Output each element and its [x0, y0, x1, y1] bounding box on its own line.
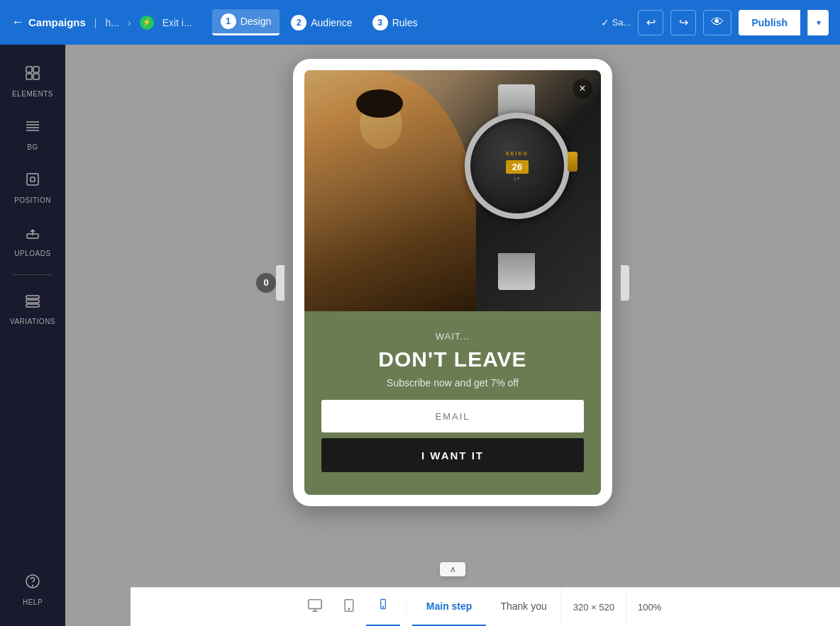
- position-label: POSITION: [14, 196, 51, 204]
- publish-dropdown-button[interactable]: ▾: [807, 10, 829, 35]
- submit-button[interactable]: I WANT IT: [321, 438, 584, 472]
- tablet-device-button[interactable]: [332, 588, 366, 627]
- breadcrumb-exit[interactable]: Exit i...: [162, 17, 192, 28]
- main-layout: ELEMENTS BG POSITION: [0, 45, 840, 626]
- step2-label: Audience: [311, 17, 352, 28]
- breadcrumb-h[interactable]: h...: [106, 17, 119, 28]
- canvas-size-label: 320 × 520: [561, 588, 626, 627]
- svg-rect-3: [33, 74, 39, 79]
- sidebar-bottom: HELP: [17, 564, 48, 615]
- svg-rect-13: [26, 304, 39, 307]
- elements-icon: [24, 65, 41, 86]
- popup-wait-text: WAIT...: [436, 331, 470, 342]
- svg-rect-11: [26, 296, 39, 298]
- help-icon: [24, 573, 41, 594]
- elements-label: ELEMENTS: [12, 90, 53, 98]
- eye-icon: 👁: [711, 15, 724, 30]
- svg-point-22: [382, 606, 383, 607]
- svg-rect-12: [26, 300, 39, 303]
- chevron-up-icon: ∧: [450, 564, 456, 574]
- step3-label: Rules: [392, 17, 418, 28]
- svg-rect-1: [33, 67, 39, 72]
- svg-rect-0: [26, 67, 32, 72]
- sidebar-item-uploads[interactable]: UPLOADS: [0, 216, 65, 266]
- step2-circle: 2: [291, 15, 306, 30]
- redo-button[interactable]: ↪: [670, 10, 696, 35]
- check-icon: ✓: [601, 17, 609, 28]
- step1-circle: 1: [221, 13, 236, 29]
- popup-subtext: Subscribe now and get 7% off: [387, 377, 519, 389]
- variation-badge: 0: [256, 273, 276, 293]
- svg-rect-16: [309, 599, 321, 608]
- svg-point-15: [33, 586, 33, 586]
- sidebar: ELEMENTS BG POSITION: [0, 45, 65, 626]
- uploads-label: UPLOADS: [14, 250, 50, 257]
- desktop-icon: [307, 598, 323, 617]
- topbar: ← Campaigns | h... › ⚡ Exit i... 1 Desig…: [0, 0, 840, 45]
- back-arrow-icon: ←: [11, 15, 24, 30]
- exit-intent-icon: ⚡: [140, 16, 154, 30]
- position-icon: [24, 171, 41, 192]
- preview-button[interactable]: 👁: [703, 10, 731, 35]
- publish-button[interactable]: Publish: [739, 10, 800, 35]
- step3-circle: 3: [372, 15, 388, 30]
- zoom-level-label: 100%: [626, 588, 673, 627]
- close-icon: ×: [579, 82, 585, 95]
- sidebar-item-position[interactable]: POSITION: [0, 162, 65, 213]
- bg-icon: [24, 118, 41, 139]
- popup-image: SEIKO 26 LY ×: [304, 70, 601, 311]
- left-resize-handle[interactable]: [276, 265, 284, 301]
- man-image: [304, 70, 476, 311]
- uploads-icon: [24, 224, 41, 245]
- step-audience[interactable]: 2 Audience: [282, 11, 360, 35]
- svg-rect-2: [26, 74, 32, 79]
- scroll-up-indicator[interactable]: ∧: [440, 562, 465, 576]
- tablet-frame: 0: [293, 59, 612, 506]
- svg-rect-9: [31, 177, 35, 181]
- sidebar-divider: [13, 274, 52, 275]
- bottom-toolbar: Main step Thank you 320 × 520 100%: [131, 587, 840, 626]
- popup-container: SEIKO 26 LY ×: [304, 70, 601, 495]
- popup-headline: DON'T LEAVE: [378, 347, 526, 371]
- desktop-device-button[interactable]: [298, 588, 332, 627]
- popup-close-button[interactable]: ×: [573, 79, 592, 99]
- step-design[interactable]: 1 Design: [212, 9, 280, 35]
- email-input[interactable]: [321, 400, 584, 432]
- mobile-icon: [377, 596, 389, 615]
- help-label: HELP: [23, 598, 43, 606]
- main-step-tab[interactable]: Main step: [412, 588, 487, 627]
- right-resize-handle[interactable]: [621, 265, 629, 301]
- svg-point-20: [348, 608, 350, 610]
- watch-image: SEIKO 26 LY: [452, 84, 583, 290]
- sidebar-item-variations[interactable]: VARIATIONS: [0, 284, 65, 334]
- sidebar-item-bg[interactable]: BG: [0, 109, 65, 160]
- undo-button[interactable]: ↩: [638, 10, 663, 35]
- variations-icon: [24, 292, 41, 313]
- thankyou-step-tab[interactable]: Thank you: [486, 588, 560, 627]
- breadcrumb-sep1: |: [94, 17, 97, 28]
- sidebar-item-elements[interactable]: ELEMENTS: [0, 56, 65, 106]
- variations-label: VARIATIONS: [10, 318, 55, 325]
- toolbar-divider1: [406, 596, 407, 617]
- undo-icon: ↩: [646, 16, 656, 29]
- step-nav: 1 Design 2 Audience 3 Rules: [212, 9, 426, 35]
- svg-rect-8: [27, 174, 38, 185]
- chevron-down-icon: ▾: [817, 18, 821, 28]
- chevron-icon1: ›: [128, 17, 131, 28]
- popup-content: WAIT... DON'T LEAVE Subscribe now and ge…: [304, 311, 601, 495]
- mobile-device-button[interactable]: [366, 588, 400, 627]
- sidebar-item-help[interactable]: HELP: [17, 564, 48, 615]
- back-button[interactable]: ← Campaigns: [11, 15, 86, 30]
- step1-label: Design: [241, 16, 272, 27]
- canvas-area: 0: [65, 45, 840, 626]
- tablet-icon: [342, 598, 356, 617]
- redo-icon: ↪: [679, 16, 688, 29]
- topbar-actions: ✓ Sa... ↩ ↪ 👁 Publish ▾: [601, 10, 829, 35]
- campaigns-label: Campaigns: [28, 16, 86, 28]
- bg-label: BG: [27, 143, 38, 151]
- save-status: ✓ Sa...: [601, 17, 631, 28]
- step-rules[interactable]: 3 Rules: [364, 11, 426, 35]
